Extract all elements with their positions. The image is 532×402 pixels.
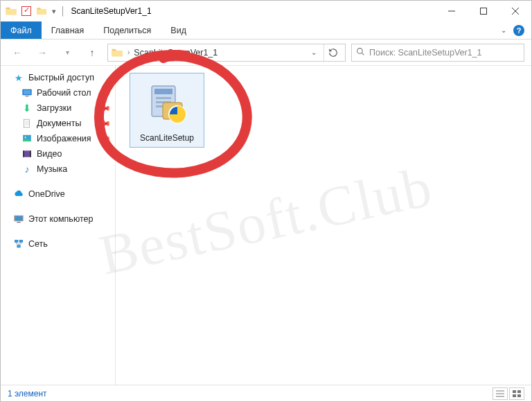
tab-view[interactable]: Вид xyxy=(161,21,196,39)
network-icon xyxy=(13,238,24,250)
svg-rect-35 xyxy=(517,390,521,393)
minimize-button[interactable] xyxy=(436,1,468,21)
pin-icon: 📌 xyxy=(98,116,111,130)
svg-rect-21 xyxy=(15,240,18,243)
nav-up-button[interactable]: ↑ xyxy=(82,43,102,62)
sidebar-item-label: Загрузки xyxy=(37,103,71,113)
nav-row: ← → ▾ ↑ › ScanLiteSetupVer1_1 ⌄ Поиск: S… xyxy=(1,40,531,66)
svg-point-14 xyxy=(25,137,26,138)
help-icon[interactable]: ? xyxy=(513,25,524,36)
sidebar-item-label: Документы xyxy=(37,119,81,128)
svg-rect-37 xyxy=(517,394,521,397)
sidebar-quick-access[interactable]: ★ Быстрый доступ xyxy=(1,70,115,85)
installer-icon xyxy=(145,82,189,126)
desktop-icon xyxy=(21,87,33,98)
sidebar-item-documents[interactable]: Документы 📌 xyxy=(1,116,115,131)
videos-icon xyxy=(21,148,33,159)
nav-back-button[interactable]: ← xyxy=(8,43,27,62)
window-title: ScanLiteSetupVer1_1 xyxy=(71,6,152,16)
sidebar-item-downloads[interactable]: ⬇ Загрузки 📌 xyxy=(1,101,115,116)
svg-rect-22 xyxy=(19,240,23,243)
sidebar-item-label: Музыка xyxy=(37,164,67,174)
address-folder-icon xyxy=(111,46,123,59)
breadcrumb-chevron-icon[interactable]: › xyxy=(127,49,130,56)
view-large-icons-button[interactable] xyxy=(509,387,524,400)
app-folder-icon xyxy=(5,5,17,17)
downloads-icon: ⬇ xyxy=(21,103,33,114)
sidebar-this-pc[interactable]: Этот компьютер xyxy=(1,211,115,227)
pin-icon: 📌 xyxy=(98,86,111,99)
nav-sidebar: ★ Быстрый доступ Рабочий стол 📌 ⬇ Загруз… xyxy=(1,66,116,385)
nav-recent-dropdown[interactable]: ▾ xyxy=(57,43,77,62)
svg-rect-20 xyxy=(17,222,20,222)
svg-rect-16 xyxy=(23,150,24,157)
address-dropdown-icon[interactable]: ⌄ xyxy=(308,49,319,56)
ribbon-tabs: Файл Главная Поделиться Вид ⌄ ? xyxy=(1,21,531,40)
tab-home[interactable]: Главная xyxy=(42,21,94,39)
search-icon xyxy=(356,47,365,58)
qat-dropdown-icon[interactable]: ▾ xyxy=(52,7,56,16)
qat-new-folder-icon[interactable] xyxy=(35,5,48,17)
tab-file[interactable]: Файл xyxy=(1,21,42,39)
this-pc-icon xyxy=(13,213,24,225)
svg-rect-1 xyxy=(481,8,487,15)
svg-point-4 xyxy=(357,48,363,53)
sidebar-item-videos[interactable]: Видео xyxy=(1,146,115,161)
file-list-area[interactable]: ScanLiteSetup xyxy=(116,66,531,385)
svg-rect-23 xyxy=(17,245,20,247)
file-item-label: ScanLiteSetup xyxy=(133,133,201,143)
sidebar-item-label: Рабочий стол xyxy=(37,88,91,98)
title-bar: ✓ ▾ │ ScanLiteSetupVer1_1 xyxy=(1,1,531,21)
pin-icon: 📌 xyxy=(98,132,111,145)
sidebar-quick-access-label: Быстрый доступ xyxy=(28,73,94,82)
svg-rect-8 xyxy=(25,96,28,96)
file-item-scanlitesetup[interactable]: ScanLiteSetup xyxy=(130,73,204,148)
sidebar-item-label: Видео xyxy=(37,149,62,159)
svg-rect-9 xyxy=(24,119,29,128)
search-input[interactable]: Поиск: ScanLiteSetupVer1_1 xyxy=(351,44,524,62)
maximize-button[interactable] xyxy=(468,1,499,21)
sidebar-item-label: Изображения xyxy=(37,134,91,143)
qat-properties-icon[interactable]: ✓ xyxy=(21,6,31,16)
breadcrumb-current[interactable]: ScanLiteSetupVer1_1 xyxy=(134,48,218,58)
svg-rect-15 xyxy=(23,150,31,157)
svg-rect-26 xyxy=(156,97,171,99)
documents-icon xyxy=(21,118,33,129)
tab-share[interactable]: Поделиться xyxy=(94,21,161,39)
nav-forward-button[interactable]: → xyxy=(33,43,52,62)
svg-rect-36 xyxy=(513,394,516,397)
sidebar-item-label: Этот компьютер xyxy=(28,214,93,224)
sidebar-item-desktop[interactable]: Рабочий стол 📌 xyxy=(1,85,115,101)
star-icon: ★ xyxy=(13,72,24,83)
svg-rect-34 xyxy=(513,390,516,393)
sidebar-item-label: OneDrive xyxy=(28,189,65,199)
status-item-count: 1 элемент xyxy=(8,389,47,399)
title-separator: │ xyxy=(60,6,66,16)
svg-rect-7 xyxy=(24,90,31,94)
status-bar: 1 элемент xyxy=(1,385,531,401)
sidebar-item-music[interactable]: ♪ Музыка xyxy=(1,161,115,177)
refresh-button[interactable] xyxy=(323,44,342,61)
pictures-icon xyxy=(21,133,33,144)
sidebar-onedrive[interactable]: OneDrive xyxy=(1,186,115,202)
onedrive-icon xyxy=(13,189,24,200)
close-button[interactable] xyxy=(499,1,531,21)
address-bar[interactable]: › ScanLiteSetupVer1_1 ⌄ xyxy=(107,44,346,62)
sidebar-network[interactable]: Сеть xyxy=(1,236,115,252)
svg-rect-25 xyxy=(154,89,172,94)
pin-icon: 📌 xyxy=(98,101,111,114)
sidebar-item-label: Сеть xyxy=(28,239,48,249)
search-placeholder: Поиск: ScanLiteSetupVer1_1 xyxy=(369,48,482,58)
svg-rect-19 xyxy=(15,216,23,220)
svg-rect-17 xyxy=(30,150,31,157)
music-icon: ♪ xyxy=(21,164,33,175)
ribbon-expand-icon[interactable]: ⌄ xyxy=(501,26,506,34)
sidebar-item-pictures[interactable]: Изображения 📌 xyxy=(1,131,115,146)
view-details-button[interactable] xyxy=(493,387,508,400)
svg-line-5 xyxy=(362,53,364,55)
